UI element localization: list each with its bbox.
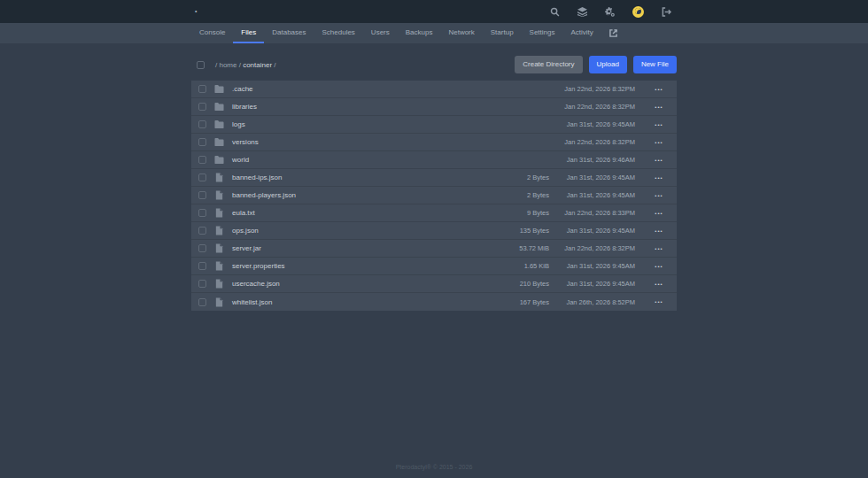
file-row[interactable]: eula.txt 9 Bytes Jan 22nd, 2026 8:33PM •… (191, 204, 677, 222)
file-row[interactable]: usercache.json 210 Bytes Jan 31st, 2026 … (191, 275, 677, 293)
file-row[interactable]: logs Jan 31st, 2026 9:45AM ••• (191, 116, 677, 134)
file-name[interactable]: versions (232, 138, 259, 146)
row-menu-button[interactable]: ••• (641, 281, 677, 287)
row-menu-button[interactable]: ••• (641, 228, 677, 234)
file-name[interactable]: usercache.json (232, 280, 280, 288)
file-size: 210 Bytes (464, 280, 549, 288)
row-checkbox[interactable] (198, 227, 206, 235)
row-menu-button[interactable]: ••• (641, 87, 677, 92)
file-row[interactable]: world Jan 31st, 2026 9:46AM ••• (191, 151, 677, 169)
logout-icon[interactable] (662, 7, 671, 17)
file-name[interactable]: banned-ips.json (232, 173, 282, 181)
row-checkbox[interactable] (198, 138, 206, 146)
select-all-checkbox[interactable] (197, 61, 205, 69)
breadcrumb: / home / container / (215, 61, 276, 69)
file-modified-date: Jan 31st, 2026 9:45AM (549, 120, 641, 128)
external-link-icon[interactable] (601, 23, 625, 43)
file-name[interactable]: logs (232, 120, 245, 128)
breadcrumb-separator: / (272, 61, 275, 69)
row-checkbox[interactable] (198, 244, 206, 252)
file-size: 135 Bytes (464, 227, 549, 235)
row-checkbox[interactable] (198, 103, 206, 111)
file-row[interactable]: versions Jan 22nd, 2026 8:32PM ••• (191, 134, 677, 151)
folder-icon (214, 155, 224, 165)
file-modified-date: Jan 31st, 2026 9:45AM (549, 227, 641, 235)
upload-button[interactable]: Upload (589, 56, 627, 73)
file-modified-date: Jan 26th, 2026 8:52PM (549, 298, 641, 306)
file-modified-date: Jan 31st, 2026 9:45AM (549, 262, 641, 270)
nav-tab-users[interactable]: Users (363, 23, 398, 43)
file-name[interactable]: .cache (232, 85, 253, 93)
file-manager: / home / container / Create Directory Up… (191, 56, 677, 311)
create-directory-button[interactable]: Create Directory (515, 56, 582, 73)
file-row[interactable]: whitelist.json 167 Bytes Jan 26th, 2026 … (191, 293, 677, 311)
file-name[interactable]: server.jar (232, 244, 261, 252)
file-name[interactable]: world (232, 156, 249, 164)
admin-cogs-icon[interactable] (605, 7, 615, 17)
row-menu-button[interactable]: ••• (641, 211, 677, 216)
search-icon[interactable] (550, 7, 560, 17)
row-menu-button[interactable]: ••• (641, 122, 677, 127)
new-file-button[interactable]: New File (633, 56, 677, 73)
file-name[interactable]: banned-players.json (232, 191, 296, 199)
row-menu-button[interactable]: ••• (641, 246, 677, 251)
file-name[interactable]: libraries (232, 103, 257, 111)
folder-icon (214, 120, 224, 129)
file-row[interactable]: banned-ips.json 2 Bytes Jan 31st, 2026 9… (191, 169, 677, 187)
file-list: .cache Jan 22nd, 2026 8:32PM ••• librari… (191, 81, 677, 311)
nav-tab-console[interactable]: Console (191, 23, 233, 43)
file-size: 1.65 KiB (464, 262, 549, 270)
file-modified-date: Jan 22nd, 2026 8:33PM (549, 209, 641, 217)
file-modified-date: Jan 31st, 2026 9:45AM (549, 191, 641, 199)
nav-tab-schedules[interactable]: Schedules (314, 23, 363, 43)
file-name[interactable]: whitelist.json (232, 298, 272, 306)
row-checkbox[interactable] (198, 191, 206, 199)
nav-tab-settings[interactable]: Settings (522, 23, 563, 43)
nav-tab-activity[interactable]: Activity (562, 23, 601, 43)
nav-tab-databases[interactable]: Databases (264, 23, 314, 43)
row-menu-button[interactable]: ••• (641, 140, 677, 145)
file-row[interactable]: ops.json 135 Bytes Jan 31st, 2026 9:45AM… (191, 222, 677, 240)
file-name[interactable]: eula.txt (232, 209, 255, 217)
row-checkbox[interactable] (198, 173, 206, 181)
row-checkbox[interactable] (198, 209, 206, 217)
file-row[interactable]: server.jar 53.72 MiB Jan 22nd, 2026 8:32… (191, 240, 677, 258)
row-checkbox[interactable] (198, 298, 206, 306)
folder-icon (214, 102, 224, 112)
nav-tab-files[interactable]: Files (233, 23, 264, 43)
file-modified-date: Jan 22nd, 2026 8:32PM (549, 244, 641, 252)
nav-tab-network[interactable]: Network (440, 23, 482, 43)
row-checkbox[interactable] (198, 85, 206, 93)
row-menu-button[interactable]: ••• (641, 175, 677, 181)
file-modified-date: Jan 22nd, 2026 8:32PM (549, 85, 641, 93)
row-checkbox[interactable] (198, 280, 206, 288)
row-menu-button[interactable]: ••• (641, 104, 677, 110)
breadcrumb-segment-home[interactable]: home (219, 61, 236, 69)
file-size: 2 Bytes (464, 173, 549, 181)
top-bar: • (0, 0, 868, 23)
row-menu-button[interactable]: ••• (641, 264, 677, 269)
row-checkbox[interactable] (198, 156, 206, 164)
file-name[interactable]: ops.json (232, 227, 259, 235)
nav-tab-startup[interactable]: Startup (483, 23, 522, 43)
nav-tab-backups[interactable]: Backups (398, 23, 441, 43)
servers-icon[interactable] (577, 7, 587, 17)
server-nav-bar: ConsoleFilesDatabasesSchedulesUsersBacku… (0, 23, 868, 43)
file-icon (214, 208, 224, 218)
footer-copyright: Pterodactyl® © 2015 - 2026 (0, 464, 868, 470)
file-row[interactable]: server.properties 1.65 KiB Jan 31st, 202… (191, 258, 677, 275)
file-icon (214, 279, 224, 289)
file-row[interactable]: .cache Jan 22nd, 2026 8:32PM ••• (191, 81, 677, 98)
breadcrumb-segment-container: container (243, 61, 272, 69)
file-row[interactable]: libraries Jan 22nd, 2026 8:32PM ••• (191, 98, 677, 116)
row-menu-button[interactable]: ••• (641, 158, 677, 163)
user-avatar[interactable] (632, 6, 644, 18)
file-row[interactable]: banned-players.json 2 Bytes Jan 31st, 20… (191, 187, 677, 204)
row-menu-button[interactable]: ••• (641, 193, 677, 198)
file-name[interactable]: server.properties (232, 262, 285, 270)
file-toolbar: / home / container / Create Directory Up… (191, 56, 677, 73)
row-checkbox[interactable] (198, 120, 206, 128)
file-modified-date: Jan 31st, 2026 9:45AM (549, 173, 641, 181)
row-menu-button[interactable]: ••• (641, 299, 677, 305)
row-checkbox[interactable] (198, 262, 206, 270)
